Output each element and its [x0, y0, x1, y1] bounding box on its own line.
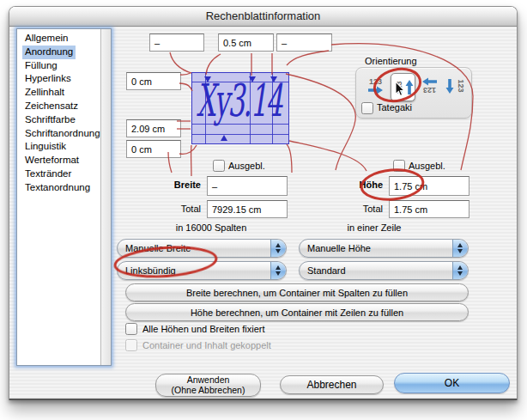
- width-total-field[interactable]: 7929.15 cm: [207, 200, 288, 218]
- sidebar-item-zellinhalt[interactable]: Zellinhalt: [17, 86, 100, 100]
- fix-sizes-checkbox[interactable]: [125, 323, 137, 335]
- popup-stepper-icon: [270, 240, 286, 257]
- width-hidden-checkbox[interactable]: [213, 160, 225, 172]
- sidebar-item-werteformat[interactable]: Werteformat: [17, 154, 100, 167]
- preview-gridline: [192, 134, 288, 135]
- width-hidden-label: Ausgebl.: [228, 161, 265, 171]
- ok-button[interactable]: OK: [394, 373, 510, 393]
- fix-sizes-label: Alle Höhen und Breiten fixiert: [142, 324, 264, 334]
- orientation-rotate-up-button[interactable]: 123: [391, 73, 415, 101]
- height-total-field[interactable]: 1.75 cm: [389, 200, 469, 218]
- margin-top-middle-field[interactable]: 0.5 cm: [218, 33, 274, 52]
- preview-sample-text: Xy3.14: [197, 78, 282, 123]
- height-total-label: Total: [340, 204, 383, 214]
- arrow-down-icon: [445, 78, 454, 94]
- arrow-up-icon: [405, 79, 414, 95]
- width-alignment-popup[interactable]: Linksbündig: [117, 261, 287, 280]
- height-mode-popup[interactable]: Manuelle Höhe: [299, 239, 469, 258]
- tategaki-checkbox[interactable]: [361, 102, 373, 114]
- sidebar-item-anordnung[interactable]: Anordnung: [17, 46, 100, 59]
- orientation-label: Orientierung: [365, 56, 417, 66]
- baseline-marker-icon: [221, 135, 227, 141]
- compute-width-button[interactable]: Breite berechnen, um Container mit Spalt…: [125, 283, 469, 301]
- arrow-right-icon: [367, 86, 384, 94]
- height-value-field[interactable]: 1.75 cm: [389, 176, 469, 196]
- couple-content-checkbox: [125, 339, 137, 351]
- margin-top-left-field[interactable]: –: [149, 33, 204, 52]
- sidebar-item-fuellung[interactable]: Füllung: [17, 59, 100, 73]
- list-scrollbar[interactable]: [100, 29, 111, 365]
- popup-stepper-icon: [452, 262, 468, 279]
- orientation-flipped-button[interactable]: 123: [417, 75, 442, 97]
- margin-left-bottom-field[interactable]: 0 cm: [126, 140, 181, 158]
- height-hidden-label: Ausgebl.: [409, 161, 445, 171]
- margin-top-right-field[interactable]: –: [276, 33, 332, 52]
- title-bar[interactable]: Rechenblattinformation: [9, 7, 517, 27]
- popup-stepper-icon: [452, 240, 468, 257]
- height-hidden-checkbox[interactable]: [393, 160, 405, 172]
- sidebar-item-allgemein[interactable]: Allgemein: [17, 32, 100, 46]
- screen: Rechenblattinformation Allgemein Anordnu…: [0, 0, 527, 420]
- sidebar-item-schriftanordnung[interactable]: Schriftanordnung: [17, 127, 100, 141]
- width-label: Breite: [158, 180, 201, 190]
- margin-left-middle-field[interactable]: 2.09 cm: [126, 119, 181, 137]
- sidebar-item-textraender[interactable]: Textränder: [17, 167, 100, 181]
- popup-stepper-icon: [270, 262, 286, 279]
- width-mode-popup[interactable]: Manuelle Breite: [117, 239, 287, 258]
- height-unit-note: in einer Zeile: [323, 222, 426, 233]
- sidebar-item-textanordnung[interactable]: Textanordnung: [17, 181, 100, 195]
- sidebar-item-hyperlinks[interactable]: Hyperlinks: [17, 72, 100, 86]
- cancel-button[interactable]: Abbrechen: [280, 375, 384, 394]
- orientation-horizontal-button[interactable]: 123: [363, 75, 388, 97]
- height-label: Höhe: [340, 180, 383, 190]
- apply-button[interactable]: Anwenden (Ohne Abbrechen): [155, 374, 261, 397]
- category-listbox: Allgemein Anordnung Füllung Hyperlinks Z…: [16, 28, 112, 366]
- sidebar-item-zeichensatz[interactable]: Zeichensatz: [17, 100, 100, 113]
- couple-content-label: Container und Inhalt gekoppelt: [142, 340, 271, 350]
- orientation-rotate-down-button[interactable]: 123: [444, 75, 469, 97]
- sidebar-item-linguistik[interactable]: Linguistik: [17, 140, 100, 154]
- window-title: Rechenblattinformation: [9, 9, 517, 22]
- tategaki-label: Tategaki: [377, 102, 412, 113]
- orientation-panel: 123 123 123 123 Tategaki: [355, 67, 472, 119]
- cell-preview: Xy3.14: [191, 72, 289, 144]
- margin-left-top-field[interactable]: 0 cm: [126, 72, 181, 90]
- width-total-label: Total: [158, 204, 201, 214]
- width-value-field[interactable]: –: [207, 176, 288, 196]
- compute-height-button[interactable]: Höhe berechnen, um Container mit Zeilen …: [125, 303, 469, 321]
- arrow-left-icon: [421, 77, 438, 86]
- height-alignment-popup[interactable]: Standard: [299, 261, 469, 280]
- category-list: Allgemein Anordnung Füllung Hyperlinks Z…: [17, 32, 100, 195]
- width-unit-note: in 16000 Spalten: [155, 222, 267, 233]
- dialog-window: Rechenblattinformation Allgemein Anordnu…: [9, 6, 518, 400]
- sidebar-item-schriftfarbe[interactable]: Schriftfarbe: [17, 113, 100, 127]
